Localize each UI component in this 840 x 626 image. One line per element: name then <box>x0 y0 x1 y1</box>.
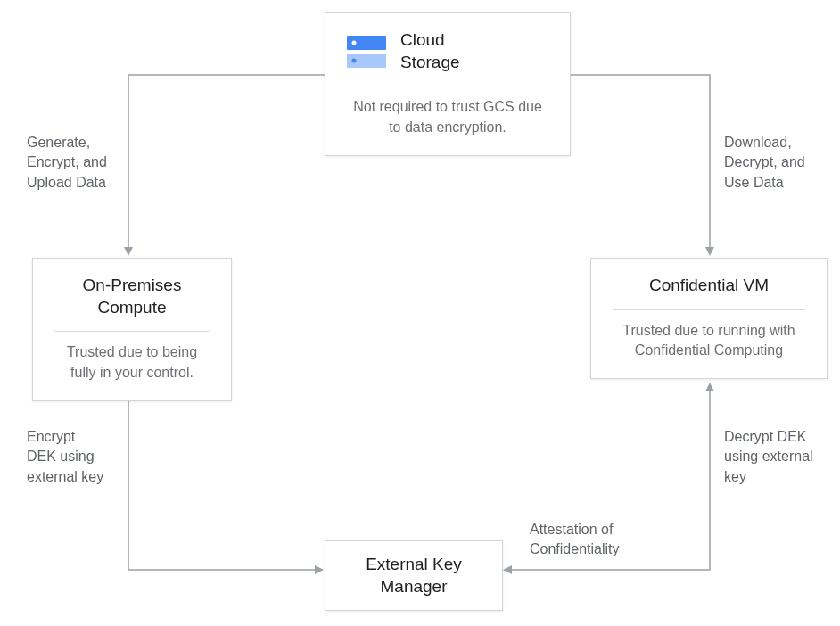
svg-marker-4 <box>705 383 714 391</box>
label-attestation: Attestation of Confidentiality <box>530 520 620 560</box>
on-premises-subtitle: Trusted due to being fully in your contr… <box>54 342 210 383</box>
label-download-use: Download, Decrypt, and Use Data <box>724 133 805 193</box>
label-generate-upload: Generate, Encrypt, and Upload Data <box>27 133 107 193</box>
edge-onprem-ekm <box>128 390 317 570</box>
confidential-vm-title: Confidential VM <box>613 275 805 297</box>
cloud-storage-subtitle: Not required to trust GCS due to data en… <box>347 97 548 137</box>
svg-point-8 <box>352 40 357 45</box>
node-external-key-manager: External Key Manager <box>325 540 503 611</box>
svg-point-9 <box>352 58 357 62</box>
node-cloud-storage: Cloud Storage Not required to trust GCS … <box>325 12 571 156</box>
svg-marker-0 <box>124 247 133 256</box>
node-confidential-vm: Confidential VM Trusted due to running w… <box>590 258 828 379</box>
label-encrypt-dek: Encrypt DEK using external key <box>27 427 103 487</box>
label-decrypt-dek: Decrypt DEK using external key <box>724 427 813 487</box>
svg-marker-5 <box>503 565 512 574</box>
storage-icon <box>347 34 386 70</box>
svg-marker-1 <box>705 247 714 256</box>
ekm-title: External Key Manager <box>343 554 484 597</box>
confidential-vm-subtitle: Trusted due to running with Confidential… <box>613 321 805 361</box>
node-on-premises: On-Premises Compute Trusted due to being… <box>32 258 232 401</box>
edge-cloudstorage-to-onprem <box>128 75 325 249</box>
on-premises-title: On-Premises Compute <box>54 275 210 318</box>
edge-cloudstorage-to-confvm <box>571 75 710 249</box>
cloud-storage-title: Cloud Storage <box>400 29 460 73</box>
svg-marker-3 <box>315 565 324 574</box>
